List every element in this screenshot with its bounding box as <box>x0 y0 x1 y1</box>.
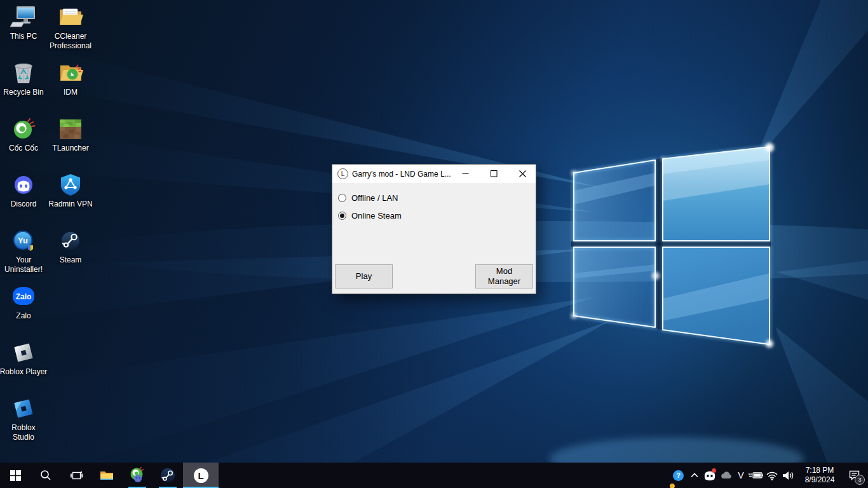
notification-count-badge: 3 <box>855 475 865 485</box>
desktop-icon-coc-coc[interactable]: Cốc Cốc <box>0 116 47 153</box>
file-explorer-icon <box>100 470 113 481</box>
search-button[interactable] <box>31 463 61 488</box>
wifi-icon <box>766 471 778 480</box>
desktop-icon-zalo[interactable]: Zalo Zalo <box>0 283 47 321</box>
idm-folder-icon <box>57 60 84 86</box>
maximize-button[interactable] <box>480 165 508 183</box>
clock-time: 7:18 PM <box>799 466 841 475</box>
steam-icon <box>159 467 176 484</box>
help-tray-button[interactable]: ? <box>670 463 686 488</box>
lnd-launcher-icon: L <box>194 468 208 483</box>
discord-icon <box>10 172 37 198</box>
radio-online-steam[interactable]: Online Steam <box>338 210 402 220</box>
action-center-button[interactable]: 3 <box>843 463 867 488</box>
svg-text:Zalo: Zalo <box>16 292 32 301</box>
close-icon <box>519 170 526 177</box>
radio-circle[interactable] <box>338 212 346 220</box>
window-l-icon: L <box>337 168 348 179</box>
mod-manager-button[interactable]: Mod Manager <box>475 264 533 288</box>
desktop-icon-ccleaner[interactable]: CCleaner Professional <box>47 4 94 51</box>
notification-dot <box>712 468 716 473</box>
desktop-icon-label: Zalo <box>16 311 31 321</box>
desktop-icon-label: Cốc Cốc <box>9 144 38 153</box>
coc-coc-icon <box>129 467 146 484</box>
coc-coc-icon <box>10 116 37 142</box>
desktop-icon-label: Discord <box>11 200 37 209</box>
radmin-vpn-icon <box>57 172 84 198</box>
ccleaner-folder-icon <box>57 4 84 30</box>
your-uninstaller-icon: Yu <box>10 227 37 254</box>
steam-taskbar-button[interactable] <box>153 463 183 488</box>
roblox-studio-icon <box>10 395 37 422</box>
desktop-icon-label: CCleaner Professional <box>47 32 94 51</box>
battery-charging-icon <box>749 471 764 480</box>
radio-label: Online Steam <box>351 211 402 220</box>
start-button[interactable] <box>0 463 31 488</box>
file-explorer-button[interactable] <box>92 463 122 488</box>
desktop-icon-recycle-bin[interactable]: Recycle Bin <box>0 60 47 97</box>
search-icon <box>40 470 51 481</box>
desktop-icon-roblox-studio[interactable]: Roblox Studio <box>0 395 47 442</box>
desktop-icon-label: Roblox Studio <box>0 423 47 442</box>
desktop-icon-discord[interactable]: Discord <box>0 172 47 209</box>
titlebar[interactable]: L Garry's mod - LND Game L... <box>332 165 536 183</box>
cloud-tray-button[interactable] <box>718 463 734 488</box>
help-icon: ? <box>673 470 684 481</box>
cloud-icon <box>720 471 733 480</box>
show-hidden-icons-button[interactable] <box>686 463 702 488</box>
windows-logo-icon <box>10 470 21 481</box>
chevron-up-icon <box>690 471 699 479</box>
battery-tray-button[interactable] <box>748 463 764 488</box>
maximize-icon <box>491 170 498 177</box>
system-tray: ? V <box>670 463 868 488</box>
desktop-icon-label: Radmin VPN <box>48 200 92 209</box>
close-button[interactable] <box>508 165 537 183</box>
desktop-icon-label: TLauncher <box>52 144 88 153</box>
v-icon: V <box>738 470 743 480</box>
play-button[interactable]: Play <box>335 264 393 288</box>
task-view-button[interactable] <box>61 463 92 488</box>
desktop-icon-idm[interactable]: IDM <box>47 60 94 97</box>
desktop-icon-label: Roblox Player <box>0 367 47 377</box>
desktop-icon-label: IDM <box>64 88 78 97</box>
steam-icon <box>57 227 84 254</box>
radio-label: Offline / LAN <box>351 193 398 203</box>
desktop-icon-label: Steam <box>60 255 82 265</box>
discord-tray-button[interactable] <box>702 463 718 488</box>
desktop: This PC CCleaner Professional <box>0 0 868 463</box>
this-pc-icon <box>10 4 37 30</box>
coc-coc-taskbar-button[interactable] <box>122 463 153 488</box>
desktop-icon-tlauncher[interactable]: TLauncher <box>47 116 94 153</box>
tlauncher-icon <box>57 116 84 142</box>
desktop-icon-label: Your Uninstaller! <box>0 255 47 274</box>
v-tray-button[interactable]: V <box>734 463 748 488</box>
clock-date: 8/9/2024 <box>799 475 841 485</box>
speaker-icon <box>783 471 794 480</box>
lnd-launcher-taskbar-button[interactable]: L <box>183 463 219 488</box>
update-badge <box>669 483 675 488</box>
desktop-icon-label: This PC <box>10 32 37 41</box>
taskbar-clock[interactable]: 7:18 PM 8/9/2024 <box>797 466 843 485</box>
window-title: Garry's mod - LND Game L... <box>352 170 451 179</box>
game-launcher-window: L Garry's mod - LND Game L... Of <box>332 164 536 294</box>
desktop-icon-roblox-player[interactable]: Roblox Player <box>0 339 47 377</box>
radio-circle[interactable] <box>338 194 346 202</box>
task-view-icon <box>71 471 83 480</box>
radio-offline-lan[interactable]: Offline / LAN <box>338 193 398 203</box>
recycle-bin-icon <box>10 60 37 86</box>
desktop-icon-steam[interactable]: Steam <box>47 227 94 265</box>
svg-text:Yu: Yu <box>18 236 28 245</box>
desktop-icon-your-uninstaller[interactable]: Yu Your Uninstaller! <box>0 227 47 274</box>
volume-tray-button[interactable] <box>780 463 797 488</box>
desktop-icon-label: Recycle Bin <box>3 88 43 97</box>
taskbar: L ? V <box>0 463 868 488</box>
minimize-icon <box>462 170 469 177</box>
zalo-icon: Zalo <box>10 283 37 310</box>
minimize-button[interactable] <box>451 165 480 183</box>
desktop-icon-this-pc[interactable]: This PC <box>0 4 47 41</box>
roblox-player-icon <box>10 339 37 366</box>
wifi-tray-button[interactable] <box>764 463 780 488</box>
desktop-icon-radmin-vpn[interactable]: Radmin VPN <box>47 172 94 209</box>
